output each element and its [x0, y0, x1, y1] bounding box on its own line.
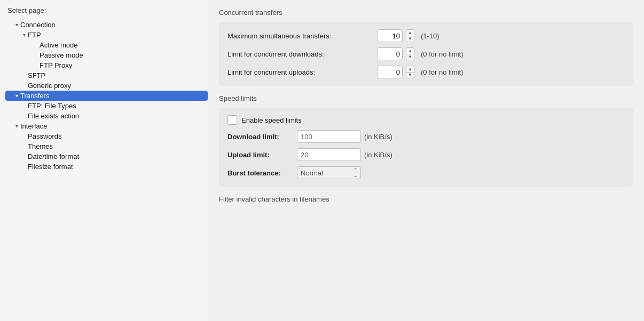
tree-item-sftp[interactable]: SFTP: [5, 70, 208, 81]
concurrent-transfers-box: Maximum simultaneous transfers: ▲ ▼ (1-1…: [219, 22, 633, 86]
tree-label-themes: Themes: [28, 142, 53, 150]
enable-speed-limits-row: Enable speed limits: [227, 115, 625, 125]
burst-tolerance-select-wrap: Normal Low Medium High ⌃⌄: [297, 166, 361, 179]
download-limit-label: Download limit:: [227, 133, 297, 141]
tree-item-passwords[interactable]: Passwords: [5, 131, 208, 141]
tree-item-transfers[interactable]: ▾Transfers: [5, 91, 208, 101]
concurrent-uploads-input-wrap: ▲ ▼ (0 for no limit): [377, 66, 463, 78]
tree-item-datetime-format[interactable]: Date/time format: [5, 151, 208, 162]
concurrent-uploads-hint: (0 for no limit): [421, 68, 463, 76]
concurrent-uploads-row: Limit for concurrent uploads: ▲ ▼ (0 for…: [227, 66, 625, 78]
tree-label-active-mode: Active mode: [40, 41, 78, 49]
max-simultaneous-input[interactable]: [377, 29, 403, 42]
upload-limit-row: Upload limit: (in KiB/s): [227, 148, 625, 161]
tree-label-ftp-proxy: FTP Proxy: [40, 61, 72, 69]
tree-item-generic-proxy[interactable]: Generic proxy: [5, 81, 208, 91]
concurrent-downloads-label: Limit for concurrent downloads:: [227, 50, 377, 58]
tree-item-ftp-file-types[interactable]: FTP: File Types: [5, 101, 208, 111]
upload-limit-input[interactable]: [297, 148, 361, 161]
filter-section-title: Filter invalid characters in filenames: [219, 195, 633, 203]
tree-label-sftp: SFTP: [28, 71, 45, 79]
tree-label-connection: Connection: [20, 21, 56, 29]
max-simultaneous-up[interactable]: ▲: [406, 30, 414, 36]
tree-item-passive-mode[interactable]: Passive mode: [5, 50, 208, 60]
tree-label-passwords: Passwords: [28, 132, 62, 140]
concurrent-downloads-up[interactable]: ▲: [406, 48, 414, 54]
chevron-icon-ftp: ▾: [20, 32, 28, 38]
concurrent-downloads-hint: (0 for no limit): [421, 50, 463, 58]
max-simultaneous-row: Maximum simultaneous transfers: ▲ ▼ (1-1…: [227, 29, 625, 42]
tree-item-file-exists-action[interactable]: File exists action: [5, 111, 208, 121]
tree-item-interface[interactable]: ▾Interface: [5, 121, 208, 131]
tree-item-ftp[interactable]: ▾FTP: [5, 30, 208, 40]
tree-label-ftp-file-types: FTP: File Types: [28, 102, 76, 110]
tree-label-datetime-format: Date/time format: [28, 153, 79, 160]
tree-label-file-exists-action: File exists action: [28, 112, 79, 120]
speed-limits-box: Enable speed limits Download limit: (in …: [219, 108, 633, 187]
tree-label-generic-proxy: Generic proxy: [28, 82, 71, 90]
concurrent-downloads-input[interactable]: [377, 47, 403, 60]
tree-label-transfers: Transfers: [20, 92, 49, 100]
upload-limit-label: Upload limit:: [227, 151, 297, 159]
tree-item-filesize-format[interactable]: Filesize format: [5, 162, 208, 172]
right-panel: Concurrent transfers Maximum simultaneou…: [208, 0, 644, 321]
concurrent-downloads-spinner: ▲ ▼: [406, 47, 414, 60]
select-page-label: Select page:: [5, 6, 208, 14]
tree-label-filesize-format: Filesize format: [28, 163, 73, 171]
max-simultaneous-hint: (1-10): [421, 32, 439, 40]
download-limit-hint: (in KiB/s): [364, 133, 392, 141]
tree-item-active-mode[interactable]: Active mode: [5, 40, 208, 50]
max-simultaneous-spinner: ▲ ▼: [406, 29, 414, 42]
concurrent-downloads-row: Limit for concurrent downloads: ▲ ▼ (0 f…: [227, 47, 625, 60]
tree-item-ftp-proxy[interactable]: FTP Proxy: [5, 60, 208, 70]
tree-label-interface: Interface: [20, 122, 48, 130]
concurrent-uploads-spinner: ▲ ▼: [406, 66, 414, 78]
enable-speed-limits-checkbox[interactable]: [227, 115, 237, 125]
tree-item-themes[interactable]: Themes: [5, 141, 208, 151]
concurrent-downloads-down[interactable]: ▼: [406, 54, 414, 60]
tree-label-passive-mode: Passive mode: [40, 51, 83, 59]
chevron-icon-connection: ▾: [13, 22, 20, 28]
burst-tolerance-select[interactable]: Normal Low Medium High: [297, 166, 361, 179]
burst-tolerance-label: Burst tolerance:: [227, 169, 297, 177]
max-simultaneous-down[interactable]: ▼: [406, 36, 414, 42]
concurrent-uploads-input[interactable]: [377, 66, 403, 78]
max-simultaneous-input-wrap: ▲ ▼ (1-10): [377, 29, 439, 42]
concurrent-transfers-title: Concurrent transfers: [219, 9, 633, 17]
tree-label-ftp: FTP: [28, 31, 41, 39]
left-panel: Select page: ▾Connection▾FTPActive modeP…: [0, 0, 208, 321]
chevron-icon-interface: ▾: [13, 123, 20, 129]
concurrent-uploads-up[interactable]: ▲: [406, 66, 414, 72]
concurrent-downloads-input-wrap: ▲ ▼ (0 for no limit): [377, 47, 463, 60]
download-limit-input[interactable]: [297, 130, 361, 143]
chevron-icon-transfers: ▾: [13, 93, 20, 99]
concurrent-uploads-label: Limit for concurrent uploads:: [227, 68, 377, 76]
upload-limit-hint: (in KiB/s): [364, 151, 392, 159]
download-limit-row: Download limit: (in KiB/s): [227, 130, 625, 143]
enable-speed-limits-label: Enable speed limits: [241, 116, 302, 124]
speed-limits-title: Speed limits: [219, 94, 633, 102]
max-simultaneous-label: Maximum simultaneous transfers:: [227, 32, 377, 40]
tree-item-connection[interactable]: ▾Connection: [5, 20, 208, 30]
concurrent-uploads-down[interactable]: ▼: [406, 73, 414, 78]
burst-tolerance-row: Burst tolerance: Normal Low Medium High …: [227, 166, 625, 179]
